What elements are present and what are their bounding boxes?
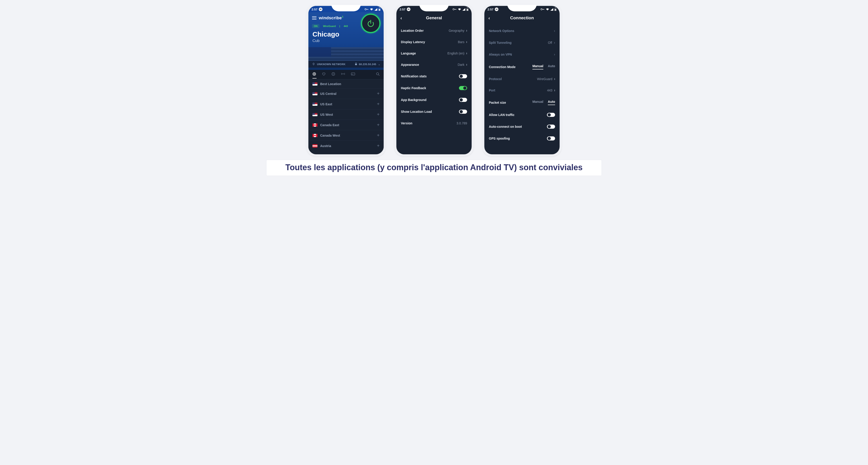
vpn-key-icon xyxy=(365,8,369,10)
page-title: Connection xyxy=(510,16,534,21)
expand-icon[interactable]: + xyxy=(377,143,379,148)
toggle-switch[interactable] xyxy=(547,124,555,129)
status-on-chip: ON xyxy=(312,24,319,28)
tab-all-locations[interactable] xyxy=(312,72,316,77)
menu-button[interactable] xyxy=(312,16,316,20)
settings-row[interactable]: Auto-connect on boot xyxy=(484,121,560,133)
updown-icon: ▴▾ xyxy=(554,89,555,91)
expand-icon[interactable]: + xyxy=(377,122,379,127)
svg-rect-25 xyxy=(555,9,556,11)
settings-value: Bars▴▾ xyxy=(458,40,467,44)
svg-rect-17 xyxy=(456,9,456,10)
settings-row[interactable]: App Background xyxy=(396,94,472,106)
settings-row[interactable]: Notification stats xyxy=(396,70,472,82)
expand-icon[interactable]: + xyxy=(377,133,379,138)
settings-row: Version3.0.789 xyxy=(396,118,472,129)
svg-point-0 xyxy=(365,9,366,10)
svg-rect-19 xyxy=(467,9,468,11)
status-app-badge: W xyxy=(407,7,410,11)
settings-row[interactable]: Haptic Feedback xyxy=(396,82,472,94)
packet-size-segment[interactable]: ManualAuto xyxy=(532,100,555,105)
location-row[interactable]: Canada East+ xyxy=(308,120,384,130)
location-tabs xyxy=(308,70,384,79)
battery-icon xyxy=(466,8,468,11)
search-icon[interactable] xyxy=(376,72,379,77)
svg-rect-26 xyxy=(555,8,556,8)
caption: Toutes les applications (y compris l'app… xyxy=(266,160,602,176)
tab-static-ip[interactable] xyxy=(341,72,345,77)
flag-icon xyxy=(312,103,317,106)
settings-row[interactable]: Location OrderGeography▴▾ xyxy=(396,25,472,36)
chevron-down-icon: ⌄ xyxy=(378,63,380,66)
settings-label: App Background xyxy=(401,98,427,102)
settings-row[interactable]: AppearanceDark▴▾ xyxy=(396,59,472,70)
location-row[interactable]: Canada West+ xyxy=(308,130,384,141)
status-app-badge: W xyxy=(495,7,498,11)
location-list[interactable]: Best LocationUS Central+US East+US West+… xyxy=(308,80,384,151)
location-row[interactable]: US Central+ xyxy=(308,88,384,99)
settings-row[interactable]: GPS spoofing xyxy=(484,133,560,144)
expand-icon[interactable]: + xyxy=(377,101,379,107)
location-row[interactable]: US East+ xyxy=(308,99,384,109)
toggle-switch[interactable] xyxy=(459,86,467,90)
status-time: 2:57 xyxy=(488,8,493,11)
settings-row[interactable]: Allow LAN traffic xyxy=(484,109,560,121)
port-chip[interactable]: 443 xyxy=(342,24,350,28)
toggle-switch[interactable] xyxy=(547,113,555,117)
toggle-switch[interactable] xyxy=(459,74,467,78)
tab-favorites[interactable] xyxy=(322,72,326,77)
settings-label: Show Location Load xyxy=(401,110,432,114)
settings-header: ‹ General xyxy=(396,12,472,25)
network-bar[interactable]: UNKNOWN NETWORK 68.235.50.245 ⌄ xyxy=(308,61,384,68)
updown-icon: ▴▾ xyxy=(554,78,555,80)
location-row[interactable]: US West+ xyxy=(308,109,384,120)
status-time: 2:57 xyxy=(400,8,405,11)
connect-button[interactable] xyxy=(361,13,380,33)
tab-streaming[interactable] xyxy=(332,72,335,77)
settings-row[interactable]: Show Location Load xyxy=(396,106,472,118)
toggle-switch[interactable] xyxy=(459,110,467,114)
wifi-small-icon xyxy=(312,63,315,66)
segment-option[interactable]: Manual xyxy=(532,64,543,69)
vpn-key-icon xyxy=(540,8,545,10)
back-button[interactable]: ‹ xyxy=(400,16,402,21)
signal-icon xyxy=(462,8,465,11)
settings-label: GPS spoofing xyxy=(489,137,510,140)
protocol-row[interactable]: Protocol WireGuard▴▾ xyxy=(484,73,560,85)
connection-mode-segment[interactable]: ManualAuto xyxy=(532,64,555,69)
expand-icon[interactable]: + xyxy=(377,91,379,96)
segment-option[interactable]: Auto xyxy=(548,64,555,69)
toggle-switch[interactable] xyxy=(547,136,555,141)
flag-icon xyxy=(312,123,317,127)
flag-icon xyxy=(312,92,317,95)
battery-icon xyxy=(378,8,380,11)
segment-option[interactable]: Auto xyxy=(548,100,555,105)
settings-label: Haptic Feedback xyxy=(401,86,426,90)
settings-label: Notification stats xyxy=(401,75,427,78)
phone-general-settings: 2:57 W ‹ General Location OrderGeography… xyxy=(395,4,473,156)
protocol-chip[interactable]: WireGuard xyxy=(321,24,338,28)
back-button[interactable]: ‹ xyxy=(489,16,490,21)
ip-address: 68.235.50.245 xyxy=(359,63,376,66)
phone-connection-settings: 2:57 W ‹ Connection Network Options›Spli… xyxy=(483,4,561,156)
settings-row[interactable]: Display LatencyBars▴▾ xyxy=(396,36,472,48)
chevron-right-icon: › xyxy=(554,29,555,33)
port-row[interactable]: Port 443▴▾ xyxy=(484,85,560,96)
page-title: General xyxy=(426,16,442,21)
location-row[interactable]: Best Location xyxy=(308,80,384,88)
flag-icon xyxy=(312,113,317,116)
settings-row[interactable]: LanguageEnglish (en)▴▾ xyxy=(396,48,472,59)
updown-icon: ▴▾ xyxy=(466,52,467,55)
nav-row[interactable]: Split TunnelingOff› xyxy=(484,37,560,49)
updown-icon: ▴▾ xyxy=(466,41,467,43)
location-row[interactable]: Austria+ xyxy=(308,141,384,151)
status-time: 2:57 xyxy=(312,8,317,11)
settings-label: Display Latency xyxy=(401,40,425,44)
tab-config[interactable] xyxy=(351,72,355,77)
segment-option[interactable]: Manual xyxy=(532,100,543,105)
nav-row[interactable]: Always on VPN› xyxy=(484,49,560,60)
svg-rect-5 xyxy=(379,8,380,8)
expand-icon[interactable]: + xyxy=(377,112,379,117)
nav-row[interactable]: Network Options› xyxy=(484,25,560,37)
toggle-switch[interactable] xyxy=(459,98,467,102)
